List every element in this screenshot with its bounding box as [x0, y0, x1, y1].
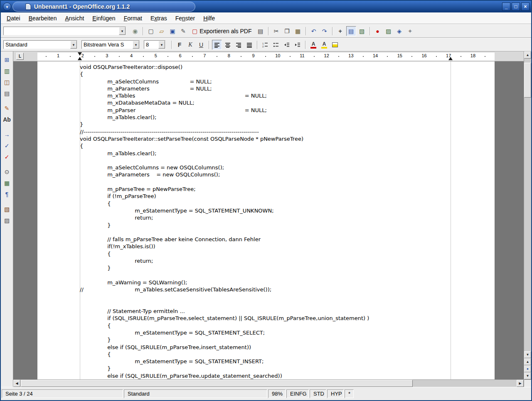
nonprinting-characters-icon[interactable]: ¶	[2, 189, 12, 199]
print-file-icon[interactable]: ▤	[256, 26, 266, 36]
open-document-icon[interactable]: ▱	[157, 26, 167, 36]
vertical-scrollbar[interactable]: ▲ ▼ ▲ ● ▼	[524, 51, 531, 379]
redo-icon[interactable]: ↷	[320, 26, 330, 36]
export-pdf-button[interactable]: ▢ Exportieren als PDF	[189, 26, 255, 36]
new-document-icon[interactable]: ▢	[146, 26, 156, 36]
document-page[interactable]: void OSQLParseTreeIterator::dispose(){ m…	[37, 61, 495, 379]
code-line: void OSQLParseTreeIterator::setParseTree…	[80, 135, 493, 142]
font-color-button[interactable]: A	[308, 40, 318, 50]
increase-indent-button[interactable]	[293, 40, 303, 50]
paste-icon[interactable]: ▦	[293, 26, 303, 36]
justify-button[interactable]	[244, 40, 254, 50]
paragraph-background-button[interactable]	[330, 40, 340, 50]
find-replace-icon[interactable]: ⊙	[2, 167, 12, 177]
paragraph-style-combo[interactable]: ▾	[3, 40, 77, 49]
maximize-button[interactable]: □	[512, 2, 520, 11]
right-indent-marker[interactable]	[448, 57, 453, 60]
vertical-scroll-trough[interactable]	[524, 59, 531, 351]
close-button[interactable]: ×	[521, 2, 530, 11]
zoom-indicator[interactable]: 98%	[268, 389, 286, 398]
titlebar[interactable]: ▾ Unbenannt1 - OpenOffice.org 1.1.2 _ □ …	[1, 1, 531, 12]
show-form-functions-icon[interactable]: ▤	[2, 88, 12, 98]
horizontal-scroll-thumb[interactable]	[21, 380, 413, 387]
align-center-icon	[225, 42, 231, 48]
font-size-input[interactable]	[144, 41, 158, 49]
edit-file-icon[interactable]: ✎	[178, 26, 188, 36]
undo-icon[interactable]: ↶	[309, 26, 319, 36]
menu-item[interactable]: Format	[120, 13, 146, 23]
tab-stop-selector[interactable]: L	[16, 53, 24, 60]
horizontal-scroll-trough[interactable]	[20, 380, 517, 387]
vertical-scroll-thumb[interactable]	[524, 63, 531, 98]
paragraph-style-dropdown[interactable]: ▾	[70, 41, 77, 49]
hyperlink-icon[interactable]: ◈	[394, 26, 404, 36]
insert-fields-icon[interactable]: ▥	[2, 66, 12, 76]
edit-autotext-icon[interactable]: Ab	[2, 115, 12, 125]
navigator-icon[interactable]: +	[335, 26, 345, 36]
font-name-input[interactable]	[82, 41, 133, 49]
navigation-button[interactable]: ●	[524, 365, 531, 372]
autospellcheck-icon[interactable]: ✓	[2, 152, 12, 162]
stylist-icon[interactable]: ▤	[346, 26, 356, 36]
numbering-button[interactable]: 1.2.	[260, 40, 270, 50]
insert-graphics-icon[interactable]: ▨	[384, 26, 394, 36]
graphics-on-off-icon[interactable]: ▧	[2, 204, 12, 214]
align-right-button[interactable]	[234, 40, 244, 50]
scroll-left-button[interactable]: ◀	[13, 380, 20, 387]
underline-button[interactable]: U	[196, 40, 206, 50]
bullets-button[interactable]	[271, 40, 281, 50]
online-layout-icon[interactable]: ▨	[2, 215, 12, 225]
left-indent-marker[interactable]	[78, 57, 82, 60]
horizontal-scrollbar[interactable]: ◀ ▶	[13, 379, 524, 387]
paragraph-style-input[interactable]	[4, 41, 70, 49]
menu-item[interactable]: Extras	[146, 13, 171, 23]
minimize-button[interactable]: _	[502, 2, 510, 11]
previous-page-button[interactable]: ▲	[524, 358, 531, 365]
scroll-up-button[interactable]: ▲	[524, 51, 531, 59]
menu-item[interactable]: Ansicht	[61, 13, 88, 23]
next-page-button[interactable]: ▼	[524, 372, 531, 379]
window-menu-button[interactable]: ▾	[3, 2, 11, 11]
ruler[interactable]: 123456789101112131415161718 L	[13, 51, 524, 61]
menu-item[interactable]: Fenster	[171, 13, 199, 23]
spellcheck-icon[interactable]: ✓	[2, 141, 12, 151]
show-draw-functions-icon[interactable]: ✎	[2, 103, 12, 113]
cut-icon[interactable]: ✂	[271, 26, 281, 36]
scroll-right-button[interactable]: ▶	[517, 380, 524, 387]
first-line-indent-marker[interactable]	[78, 52, 82, 56]
url-input[interactable]	[4, 27, 119, 35]
menu-item[interactable]: Hilfe	[199, 13, 219, 23]
url-combo[interactable]: ▾	[3, 27, 126, 35]
decrease-indent-button[interactable]	[282, 40, 292, 50]
copy-icon[interactable]: ❐	[282, 26, 292, 36]
url-combo-dropdown[interactable]: ▾	[119, 27, 126, 35]
record-macro-icon[interactable]: ●	[373, 26, 383, 36]
gallery-icon[interactable]: ▧	[357, 26, 367, 36]
font-size-combo[interactable]: ▾	[144, 40, 165, 49]
menu-item[interactable]: Bearbeiten	[25, 13, 61, 23]
stop-loading-icon[interactable]: ◉	[130, 26, 140, 36]
italic-button[interactable]: K	[185, 40, 195, 50]
code-line: m_aParameters = NULL;	[80, 85, 493, 92]
save-document-icon[interactable]: ▣	[167, 26, 177, 36]
bold-button[interactable]: F	[175, 40, 185, 50]
font-name-dropdown[interactable]: ▾	[133, 41, 139, 49]
font-name-combo[interactable]: ▾	[81, 40, 140, 49]
menu-item[interactable]: Datei	[2, 13, 25, 23]
font-size-dropdown[interactable]: ▾	[158, 41, 165, 49]
insert-object-icon[interactable]: ◫	[2, 77, 12, 87]
scroll-down-button[interactable]: ▼	[524, 351, 531, 358]
page-indicator[interactable]: Seite 3 / 24	[2, 389, 123, 398]
align-center-button[interactable]	[223, 40, 233, 50]
data-sources-icon[interactable]: ▦	[2, 178, 12, 188]
menu-item[interactable]: Einfügen	[88, 13, 119, 23]
autopilot-icon[interactable]: ✦	[405, 26, 415, 36]
highlighting-button[interactable]: A	[319, 40, 329, 50]
insert-mode-indicator[interactable]: EINFG	[286, 389, 309, 398]
align-left-button[interactable]	[212, 40, 222, 50]
direct-cursor-icon[interactable]: →	[2, 130, 12, 139]
page-style-indicator[interactable]: Standard	[124, 389, 267, 398]
hyperlink-mode-indicator[interactable]: HYP	[327, 389, 344, 398]
insert-icon[interactable]: ⊞	[2, 55, 12, 65]
selection-mode-indicator[interactable]: STD	[310, 389, 326, 398]
